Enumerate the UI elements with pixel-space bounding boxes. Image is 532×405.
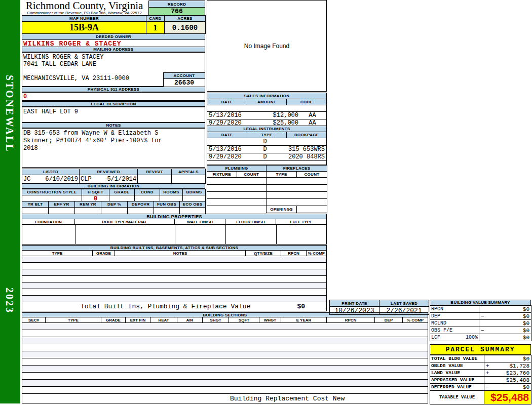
notes-line-1: DB 315-653 from Wayne W & Elizabeth S <box>23 130 205 137</box>
appeals-label: APPEALS <box>172 169 206 175</box>
bvs-name: RCLND <box>431 320 446 326</box>
legal-description-value: EAST HALF LOT 9 <box>22 107 205 123</box>
bi-comp-label: % COMP <box>307 251 327 256</box>
li-type: D <box>253 153 277 160</box>
county-title: Richmond County, Virginia <box>22 1 147 11</box>
taxable-value: $25,488 <box>490 391 531 403</box>
owner-table: DEEDED OWNER WILKINS ROGER & STACEY <box>22 33 205 48</box>
dep-pct-label: DEP % <box>101 201 128 208</box>
empty-row <box>22 263 326 269</box>
map-number-value: 15B-9A <box>22 22 146 34</box>
fireplace-row <box>267 192 327 199</box>
depovr-value <box>128 208 154 214</box>
property-record-card: STONEWALL 2023 Richmond County, Virginia… <box>0 0 532 405</box>
bi-qty-label: QTY/SIZE <box>246 251 281 256</box>
dep-pct-value <box>101 208 128 214</box>
bvs-row-value: $0 <box>479 320 531 327</box>
notes-box: DB 315-653 from Wayne W & Elizabeth S Sk… <box>22 128 205 168</box>
bvs-row-value: $0 <box>479 334 531 341</box>
foundation-label: FOUNDATION <box>22 219 75 225</box>
revisit-label: REVISIT <box>138 169 172 175</box>
reviewed-label: REVIEWED <box>80 169 138 175</box>
building-properties-values <box>22 225 327 245</box>
parcel-summary-table: TOTAL BLDG VALUE $0 OBLDG VALUE +$1,728 … <box>430 355 531 404</box>
listed-label: LISTED <box>22 169 80 175</box>
fireplace-type-label: TYPE <box>267 172 297 178</box>
account-table: ACCOUNT 26630 <box>163 72 205 87</box>
li-bookpage: 2020 848RS <box>277 153 326 160</box>
bvs-name: OBS F/E <box>431 328 452 333</box>
building-properties-headers: FOUNDATION ROOF TYPE/MATERIAL WALL FINIS… <box>22 219 327 225</box>
sales-amount-label: AMOUNT <box>247 99 287 105</box>
bvs-row-label: RPCN <box>430 306 479 313</box>
built-ins-headers: TYPE GRADE NOTES QTY/SIZE RPCN % COMP <box>22 251 327 256</box>
ps-row-value: +$23,760 <box>484 370 531 377</box>
card-label: CARD <box>146 16 165 22</box>
notes-line-3: 2018 <box>23 145 205 152</box>
record-value: 766 <box>149 8 205 16</box>
legal-instruments-table: LEGAL INSTRUMENTS DATE TYPE BOOKPAGE D 5… <box>207 126 327 165</box>
sales-date-label: DATE <box>207 99 247 105</box>
plumbing-row <box>207 185 267 192</box>
bvs-value: $0 <box>523 306 529 312</box>
building-sections-headers: SEC# TYPE GRADE EXT FIN HEAT AIR SHGT SQ… <box>22 317 428 323</box>
empty-row <box>22 276 326 282</box>
plumbing-row <box>207 178 267 185</box>
ps-op: + <box>486 370 489 376</box>
li-date: 5/13/2016 <box>207 146 253 153</box>
commissioner-line: Commissioner of the Revenue, PO Box 366,… <box>22 11 147 15</box>
rooms-label: ROOMS <box>160 189 183 195</box>
bs-shgt-label: SHGT <box>203 317 229 323</box>
ps-value: $23,760 <box>506 370 529 376</box>
sale-date: 5/13/2016 <box>207 112 252 119</box>
acres-value: 0.1600 <box>165 22 206 34</box>
bvs-value: $0 <box>523 313 529 319</box>
reviewed-value: CLP5/1/2014 <box>80 175 138 184</box>
building-value-summary-table: RPCN $0 DEP −$0 RCLND $0 OBS F/E −$0 LCF… <box>430 305 531 341</box>
county-header: Richmond County, Virginia Commissioner o… <box>22 1 147 15</box>
reviewed-by: CLP <box>81 176 92 183</box>
empty-row <box>22 380 428 387</box>
floor-finish-label: FLOOR FINISH <box>225 219 276 225</box>
physical-911-label: PHYSICAL 911 ADDRESS <box>22 87 205 92</box>
bvs-row-label: DEP <box>430 313 479 320</box>
roof-type-value <box>75 225 175 244</box>
plumbing-label: PLUMBING <box>207 166 267 172</box>
remyr-value <box>75 208 101 214</box>
print-date-label: PRINT DATE <box>330 300 379 307</box>
record-label: RECORD <box>149 1 205 8</box>
building-value-summary-label: BUILDING VALUE SUMMARY <box>430 300 531 305</box>
reviewed-date: 5/1/2014 <box>107 176 136 183</box>
fuel-type-label: FUEL TYPE <box>276 219 327 225</box>
fireplace-row <box>267 185 327 192</box>
bvs-value: $0 <box>523 335 529 341</box>
cond-label: COND <box>135 189 160 195</box>
hsqft-label: H SQFT <box>82 189 109 195</box>
plumbing-footer-spacer <box>207 206 267 213</box>
bvs-op: − <box>481 328 484 334</box>
bvs-value: $0 <box>523 328 529 334</box>
wall-finish-label: WALL FINISH <box>175 219 225 225</box>
sale-amount: $12,000 <box>252 112 298 119</box>
empty-row <box>22 269 326 276</box>
bi-notes-label: NOTES <box>115 251 246 256</box>
empty-row <box>22 344 428 351</box>
account-label: ACCOUNT <box>164 73 205 79</box>
account-value: 26630 <box>164 79 205 87</box>
building-properties-label: BUILDING PROPERTIES <box>22 214 327 219</box>
acres-label: ACRES <box>165 16 206 22</box>
bvs-name: LCF <box>431 335 440 340</box>
built-ins-label: BUILDING BUILT INS, BASEMENTS, ATTICS & … <box>22 245 327 251</box>
ps-op: + <box>486 363 489 369</box>
sales-label: SALES INFORMATION <box>207 93 327 99</box>
bi-type-label: TYPE <box>22 251 93 256</box>
listed-by: JC <box>23 176 30 183</box>
ps-value: $1,728 <box>509 363 529 369</box>
li-date: 9/29/2020 <box>207 153 253 160</box>
district-name: STONEWALL <box>4 75 15 152</box>
bvs-value: $0 <box>523 320 529 327</box>
ecoobs-value <box>180 208 206 214</box>
bs-heat-label: HEAT <box>150 317 177 323</box>
bs-comp-label: % COMP <box>403 317 428 323</box>
ecoobs-label: ECO OBS <box>180 201 206 208</box>
